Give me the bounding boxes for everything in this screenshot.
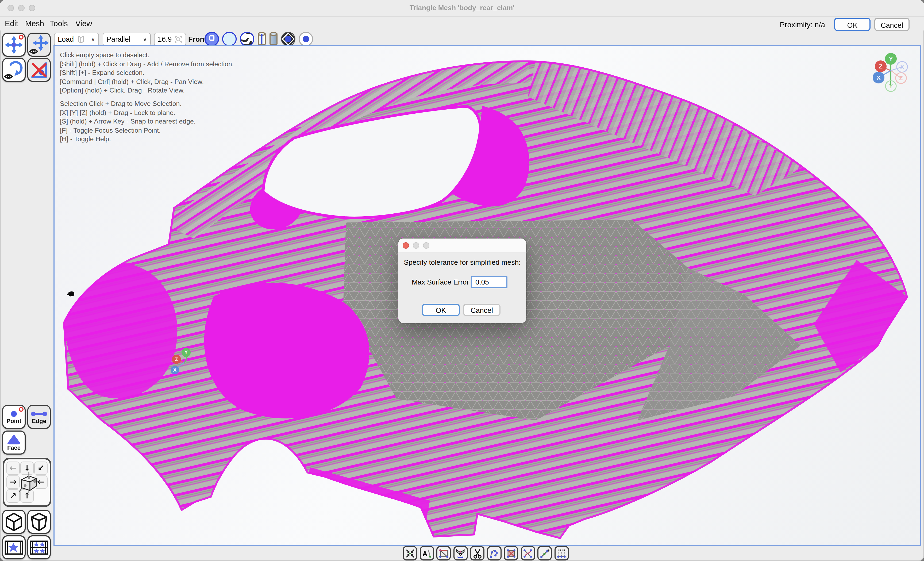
help-line: [Command | Ctrl] (hold) + Click, Drag - … <box>60 78 234 86</box>
axis-x-label: X <box>877 74 880 81</box>
axis-z-label: Z <box>879 63 882 70</box>
reflection-sphere-icon[interactable] <box>281 32 296 46</box>
zoom-field[interactable]: 16.9 <box>154 33 186 46</box>
delete-face-icon[interactable] <box>504 546 518 561</box>
perspective-cube-icon <box>30 512 48 531</box>
move-visible-tool-button[interactable] <box>27 33 51 57</box>
add-point-icon[interactable] <box>537 546 552 561</box>
select-mode-edge-button[interactable]: Edge <box>27 405 51 429</box>
move-tool-button[interactable] <box>2 33 26 57</box>
nav-cube-icon <box>17 470 40 495</box>
help-line: [S] (hold) + Arrow Key - Snap to nearest… <box>60 117 234 126</box>
help-line: [Shift] (hold) + Click or Drag - Add / R… <box>60 60 234 69</box>
load-dropdown[interactable]: Load ∨ <box>54 33 99 46</box>
quad-view-button[interactable] <box>27 536 51 560</box>
load-label: Load <box>58 35 74 44</box>
axis-y-label: Y <box>889 56 893 62</box>
perspective-cube-button[interactable] <box>27 510 51 534</box>
axis-neg-x-label: X <box>900 64 904 70</box>
zoom-value: 16.9 <box>158 35 172 44</box>
help-line: [H] - Toggle Help. <box>60 135 234 144</box>
eye-icon <box>30 49 38 53</box>
surface-fit-icon[interactable] <box>453 546 468 561</box>
svg-text:X: X <box>173 368 177 373</box>
dialog-message: Specify tolerance for simplified mesh: <box>398 258 526 266</box>
svg-text:Z: Z <box>175 357 178 362</box>
annotate-icon[interactable]: A <box>420 546 434 561</box>
measure-icon[interactable] <box>554 546 568 561</box>
orientation-gizmo[interactable]: Y Z X X Z Y <box>868 48 914 94</box>
cancel-button[interactable]: Cancel <box>874 18 910 31</box>
help-line: Click empty space to deselect. <box>60 51 234 60</box>
shaded-sphere-icon[interactable] <box>204 32 219 46</box>
scissors-icon[interactable] <box>470 546 484 561</box>
chevron-down-icon: ∨ <box>91 36 95 43</box>
projection-dropdown[interactable]: Parallel ∨ <box>103 33 151 46</box>
menu-mesh[interactable]: Mesh <box>25 19 44 28</box>
dialog-zoom-icon[interactable] <box>423 242 429 249</box>
mode-label: Edge <box>32 417 46 424</box>
select-mode-face-button[interactable]: Face <box>2 430 26 454</box>
title-bar: Triangle Mesh 'body_rear_clam' <box>0 0 924 16</box>
app-window: Triangle Mesh 'body_rear_clam' Edit Mesh… <box>0 0 924 561</box>
swap-edge-icon[interactable] <box>520 546 535 561</box>
edge-icon <box>30 410 48 417</box>
active-badge <box>19 407 24 412</box>
point-sphere-icon[interactable] <box>298 32 314 46</box>
window-title: Triangle Mesh 'body_rear_clam' <box>0 4 924 12</box>
menu-tools[interactable]: Tools <box>50 19 68 28</box>
selection-point-gizmo[interactable]: Y Z X <box>167 344 198 378</box>
mode-label: Point <box>7 417 21 424</box>
orthographic-cube-button[interactable] <box>2 510 26 534</box>
view-navigation-panel: ← ↓ ↙ → ← ↗ ↑ <box>3 458 51 507</box>
view-direction-label: Front <box>188 35 207 44</box>
active-badge <box>19 35 24 40</box>
tolerance-dialog: Specify tolerance for simplified mesh: M… <box>398 238 526 323</box>
zoom-magnifier-icon <box>175 36 182 43</box>
collapse-icon[interactable] <box>403 546 417 561</box>
svg-text:Y: Y <box>184 350 188 355</box>
dialog-ok-button[interactable]: OK <box>422 304 460 316</box>
dialog-close-icon[interactable] <box>403 242 409 249</box>
axis-neg-y-label: Y <box>889 83 893 90</box>
face-icon <box>7 435 21 444</box>
flat-sphere-icon[interactable] <box>222 32 237 46</box>
axis-neg-z-label: Z <box>899 75 903 81</box>
menu-bar: Edit Mesh Tools View Proximity: n/a OK C… <box>0 16 924 30</box>
svg-text:A: A <box>422 549 428 558</box>
move-visible-icon <box>29 34 49 55</box>
face-diagonal-icon[interactable] <box>436 546 451 561</box>
spline-icon[interactable] <box>487 546 501 561</box>
rotate-visible-tool-button[interactable] <box>2 58 26 82</box>
rotate-arrow-icon <box>4 60 24 80</box>
proximity-status: Proximity: n/a <box>780 20 825 29</box>
dialog-title-bar <box>398 238 526 252</box>
bottom-toolbar: A <box>403 546 568 561</box>
delete-triangle-icon <box>29 60 49 80</box>
projection-value: Parallel <box>106 35 130 44</box>
max-surface-error-input[interactable] <box>471 276 507 288</box>
dialog-minimize-icon[interactable] <box>413 242 419 249</box>
cylinder-outline-icon[interactable] <box>257 32 266 46</box>
single-view-star-icon <box>4 540 24 555</box>
quad-view-stars-icon <box>29 540 49 555</box>
select-mode-point-button[interactable]: Point <box>2 405 26 429</box>
help-line: [F] - Toggle Focus Selection Point. <box>60 126 234 135</box>
iso-cube-icon <box>5 512 23 531</box>
page-flip-icon <box>77 35 85 44</box>
menu-view[interactable]: View <box>75 19 92 28</box>
help-line: Selection Click + Drag to Move Selection… <box>60 99 234 108</box>
zebra-sphere-icon[interactable] <box>240 32 255 46</box>
single-view-button[interactable] <box>2 536 26 560</box>
help-line: [X] [Y] [Z] (hold) + Drag - Lock to plan… <box>60 108 234 117</box>
display-mode-icons <box>204 32 314 46</box>
mode-label: Face <box>7 444 21 451</box>
delete-selection-tool-button[interactable] <box>27 58 51 82</box>
ok-button[interactable]: OK <box>834 18 870 31</box>
cylinder-shaded-icon[interactable] <box>269 32 278 46</box>
dialog-cancel-button[interactable]: Cancel <box>463 304 501 316</box>
menu-edit[interactable]: Edit <box>5 19 18 28</box>
max-surface-error-label: Max Surface Error <box>412 278 469 286</box>
help-line: [Option] (hold) + Click, Drag - Rotate V… <box>60 86 234 95</box>
help-line: [Shift] [+] - Expand selection. <box>60 69 234 77</box>
